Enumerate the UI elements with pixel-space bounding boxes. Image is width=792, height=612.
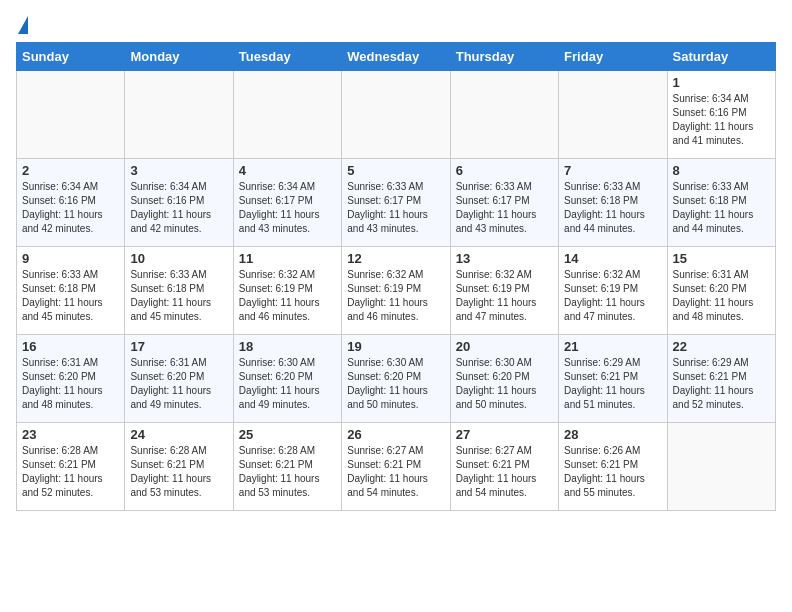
day-number: 3 bbox=[130, 163, 227, 178]
calendar-day-cell: 13Sunrise: 6:32 AM Sunset: 6:19 PM Dayli… bbox=[450, 247, 558, 335]
calendar-week-row: 1Sunrise: 6:34 AM Sunset: 6:16 PM Daylig… bbox=[17, 71, 776, 159]
day-info: Sunrise: 6:33 AM Sunset: 6:18 PM Dayligh… bbox=[130, 268, 227, 324]
weekday-header-sunday: Sunday bbox=[17, 43, 125, 71]
calendar-table: SundayMondayTuesdayWednesdayThursdayFrid… bbox=[16, 42, 776, 511]
day-info: Sunrise: 6:33 AM Sunset: 6:18 PM Dayligh… bbox=[564, 180, 661, 236]
day-info: Sunrise: 6:33 AM Sunset: 6:18 PM Dayligh… bbox=[22, 268, 119, 324]
calendar-day-cell: 23Sunrise: 6:28 AM Sunset: 6:21 PM Dayli… bbox=[17, 423, 125, 511]
day-number: 2 bbox=[22, 163, 119, 178]
calendar-day-cell: 12Sunrise: 6:32 AM Sunset: 6:19 PM Dayli… bbox=[342, 247, 450, 335]
day-info: Sunrise: 6:30 AM Sunset: 6:20 PM Dayligh… bbox=[456, 356, 553, 412]
day-number: 22 bbox=[673, 339, 770, 354]
day-number: 5 bbox=[347, 163, 444, 178]
day-number: 27 bbox=[456, 427, 553, 442]
day-number: 25 bbox=[239, 427, 336, 442]
day-number: 16 bbox=[22, 339, 119, 354]
calendar-day-cell bbox=[17, 71, 125, 159]
page-header bbox=[16, 16, 776, 32]
calendar-day-cell: 22Sunrise: 6:29 AM Sunset: 6:21 PM Dayli… bbox=[667, 335, 775, 423]
calendar-day-cell bbox=[559, 71, 667, 159]
calendar-week-row: 2Sunrise: 6:34 AM Sunset: 6:16 PM Daylig… bbox=[17, 159, 776, 247]
calendar-day-cell: 27Sunrise: 6:27 AM Sunset: 6:21 PM Dayli… bbox=[450, 423, 558, 511]
day-number: 9 bbox=[22, 251, 119, 266]
day-info: Sunrise: 6:32 AM Sunset: 6:19 PM Dayligh… bbox=[564, 268, 661, 324]
day-number: 4 bbox=[239, 163, 336, 178]
day-number: 12 bbox=[347, 251, 444, 266]
day-info: Sunrise: 6:34 AM Sunset: 6:17 PM Dayligh… bbox=[239, 180, 336, 236]
day-info: Sunrise: 6:34 AM Sunset: 6:16 PM Dayligh… bbox=[22, 180, 119, 236]
calendar-day-cell: 7Sunrise: 6:33 AM Sunset: 6:18 PM Daylig… bbox=[559, 159, 667, 247]
day-info: Sunrise: 6:26 AM Sunset: 6:21 PM Dayligh… bbox=[564, 444, 661, 500]
calendar-day-cell: 4Sunrise: 6:34 AM Sunset: 6:17 PM Daylig… bbox=[233, 159, 341, 247]
calendar-day-cell: 1Sunrise: 6:34 AM Sunset: 6:16 PM Daylig… bbox=[667, 71, 775, 159]
day-info: Sunrise: 6:34 AM Sunset: 6:16 PM Dayligh… bbox=[130, 180, 227, 236]
calendar-day-cell: 17Sunrise: 6:31 AM Sunset: 6:20 PM Dayli… bbox=[125, 335, 233, 423]
day-info: Sunrise: 6:28 AM Sunset: 6:21 PM Dayligh… bbox=[130, 444, 227, 500]
calendar-day-cell bbox=[450, 71, 558, 159]
weekday-header-saturday: Saturday bbox=[667, 43, 775, 71]
calendar-day-cell bbox=[667, 423, 775, 511]
calendar-day-cell: 28Sunrise: 6:26 AM Sunset: 6:21 PM Dayli… bbox=[559, 423, 667, 511]
logo-triangle-icon bbox=[18, 16, 28, 34]
day-number: 21 bbox=[564, 339, 661, 354]
day-number: 13 bbox=[456, 251, 553, 266]
day-info: Sunrise: 6:27 AM Sunset: 6:21 PM Dayligh… bbox=[347, 444, 444, 500]
weekday-header-thursday: Thursday bbox=[450, 43, 558, 71]
calendar-day-cell: 15Sunrise: 6:31 AM Sunset: 6:20 PM Dayli… bbox=[667, 247, 775, 335]
day-number: 18 bbox=[239, 339, 336, 354]
calendar-week-row: 9Sunrise: 6:33 AM Sunset: 6:18 PM Daylig… bbox=[17, 247, 776, 335]
calendar-day-cell: 19Sunrise: 6:30 AM Sunset: 6:20 PM Dayli… bbox=[342, 335, 450, 423]
day-number: 14 bbox=[564, 251, 661, 266]
day-number: 20 bbox=[456, 339, 553, 354]
day-info: Sunrise: 6:30 AM Sunset: 6:20 PM Dayligh… bbox=[239, 356, 336, 412]
day-info: Sunrise: 6:34 AM Sunset: 6:16 PM Dayligh… bbox=[673, 92, 770, 148]
weekday-header-wednesday: Wednesday bbox=[342, 43, 450, 71]
day-number: 26 bbox=[347, 427, 444, 442]
day-number: 11 bbox=[239, 251, 336, 266]
calendar-day-cell: 10Sunrise: 6:33 AM Sunset: 6:18 PM Dayli… bbox=[125, 247, 233, 335]
calendar-day-cell bbox=[342, 71, 450, 159]
calendar-day-cell: 16Sunrise: 6:31 AM Sunset: 6:20 PM Dayli… bbox=[17, 335, 125, 423]
calendar-day-cell bbox=[233, 71, 341, 159]
day-number: 6 bbox=[456, 163, 553, 178]
calendar-day-cell: 21Sunrise: 6:29 AM Sunset: 6:21 PM Dayli… bbox=[559, 335, 667, 423]
day-info: Sunrise: 6:27 AM Sunset: 6:21 PM Dayligh… bbox=[456, 444, 553, 500]
day-info: Sunrise: 6:31 AM Sunset: 6:20 PM Dayligh… bbox=[673, 268, 770, 324]
weekday-header-tuesday: Tuesday bbox=[233, 43, 341, 71]
day-info: Sunrise: 6:33 AM Sunset: 6:18 PM Dayligh… bbox=[673, 180, 770, 236]
day-number: 23 bbox=[22, 427, 119, 442]
day-number: 8 bbox=[673, 163, 770, 178]
day-info: Sunrise: 6:31 AM Sunset: 6:20 PM Dayligh… bbox=[22, 356, 119, 412]
day-number: 19 bbox=[347, 339, 444, 354]
day-info: Sunrise: 6:29 AM Sunset: 6:21 PM Dayligh… bbox=[673, 356, 770, 412]
calendar-week-row: 16Sunrise: 6:31 AM Sunset: 6:20 PM Dayli… bbox=[17, 335, 776, 423]
calendar-day-cell: 3Sunrise: 6:34 AM Sunset: 6:16 PM Daylig… bbox=[125, 159, 233, 247]
day-number: 28 bbox=[564, 427, 661, 442]
calendar-day-cell: 9Sunrise: 6:33 AM Sunset: 6:18 PM Daylig… bbox=[17, 247, 125, 335]
day-number: 10 bbox=[130, 251, 227, 266]
calendar-day-cell: 11Sunrise: 6:32 AM Sunset: 6:19 PM Dayli… bbox=[233, 247, 341, 335]
logo bbox=[16, 16, 28, 32]
day-info: Sunrise: 6:33 AM Sunset: 6:17 PM Dayligh… bbox=[347, 180, 444, 236]
day-info: Sunrise: 6:33 AM Sunset: 6:17 PM Dayligh… bbox=[456, 180, 553, 236]
calendar-day-cell: 8Sunrise: 6:33 AM Sunset: 6:18 PM Daylig… bbox=[667, 159, 775, 247]
calendar-day-cell: 24Sunrise: 6:28 AM Sunset: 6:21 PM Dayli… bbox=[125, 423, 233, 511]
day-info: Sunrise: 6:31 AM Sunset: 6:20 PM Dayligh… bbox=[130, 356, 227, 412]
calendar-day-cell bbox=[125, 71, 233, 159]
day-number: 15 bbox=[673, 251, 770, 266]
day-info: Sunrise: 6:32 AM Sunset: 6:19 PM Dayligh… bbox=[239, 268, 336, 324]
day-info: Sunrise: 6:30 AM Sunset: 6:20 PM Dayligh… bbox=[347, 356, 444, 412]
day-info: Sunrise: 6:32 AM Sunset: 6:19 PM Dayligh… bbox=[347, 268, 444, 324]
day-info: Sunrise: 6:32 AM Sunset: 6:19 PM Dayligh… bbox=[456, 268, 553, 324]
calendar-day-cell: 5Sunrise: 6:33 AM Sunset: 6:17 PM Daylig… bbox=[342, 159, 450, 247]
calendar-week-row: 23Sunrise: 6:28 AM Sunset: 6:21 PM Dayli… bbox=[17, 423, 776, 511]
day-number: 7 bbox=[564, 163, 661, 178]
day-info: Sunrise: 6:28 AM Sunset: 6:21 PM Dayligh… bbox=[239, 444, 336, 500]
day-number: 17 bbox=[130, 339, 227, 354]
calendar-day-cell: 6Sunrise: 6:33 AM Sunset: 6:17 PM Daylig… bbox=[450, 159, 558, 247]
calendar-day-cell: 18Sunrise: 6:30 AM Sunset: 6:20 PM Dayli… bbox=[233, 335, 341, 423]
weekday-header-friday: Friday bbox=[559, 43, 667, 71]
calendar-day-cell: 14Sunrise: 6:32 AM Sunset: 6:19 PM Dayli… bbox=[559, 247, 667, 335]
calendar-day-cell: 20Sunrise: 6:30 AM Sunset: 6:20 PM Dayli… bbox=[450, 335, 558, 423]
calendar-day-cell: 2Sunrise: 6:34 AM Sunset: 6:16 PM Daylig… bbox=[17, 159, 125, 247]
